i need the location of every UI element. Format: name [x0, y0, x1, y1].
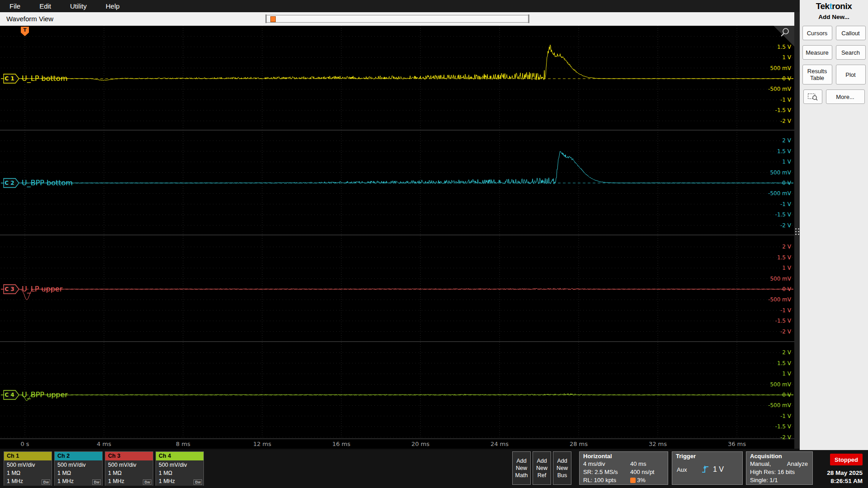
plot-button[interactable]: Plot: [836, 65, 866, 84]
bandwidth-limit-icon: Bw: [143, 479, 151, 485]
divider-grip-icon[interactable]: [795, 228, 799, 235]
slider-right-bracket: [528, 14, 529, 23]
add-new-math-button[interactable]: Add New Math: [512, 451, 531, 485]
trigger-panel[interactable]: Trigger Aux 1 V: [672, 451, 743, 485]
time-label: 36 ms: [728, 441, 746, 447]
acquisition-detail: High Res: 16 bits: [750, 468, 795, 476]
axis-label: -1.5 V: [775, 318, 792, 324]
zoom-marker-icon[interactable]: [270, 16, 276, 22]
horizontal-panel[interactable]: Horizontal 4 ms/div 40 ms SR: 2.5 MS/s 4…: [579, 451, 668, 485]
axis-label: -1 V: [780, 307, 792, 314]
results-table-button[interactable]: Results Table: [802, 65, 832, 84]
time-label: 0 s: [20, 441, 29, 447]
more-button[interactable]: More...: [826, 89, 865, 104]
channel-badge-ch4[interactable]: Ch 4 500 mV/div 1 MΩ 1 MHz Bw: [156, 451, 204, 486]
axis-label: 500 mV: [770, 169, 791, 176]
sample-resolution: 400 ns/pt: [630, 468, 668, 476]
bandwidth-limit-icon: Bw: [193, 479, 202, 485]
axis-label: -1.5 V: [775, 107, 792, 113]
time-label: 8 ms: [176, 441, 190, 447]
zoom-area-icon: [807, 93, 818, 101]
search-button[interactable]: Search: [836, 45, 866, 60]
scope-canvas: 0 s4 ms8 ms12 ms16 ms20 ms24 ms28 ms32 m…: [0, 26, 794, 449]
channel-name-label: U_LP upper: [22, 285, 63, 294]
axis-label: -500 mV: [768, 402, 792, 408]
channel-badge-header: Ch 3: [105, 452, 153, 460]
axis-label: 1 V: [782, 54, 791, 61]
cursors-button[interactable]: Cursors: [802, 26, 832, 40]
axis-label: 1 V: [782, 265, 791, 271]
time-label: 12 ms: [253, 441, 271, 447]
trigger-level: 1 V: [713, 465, 724, 474]
channel-badge-ch1[interactable]: Ch 1 500 mV/div 1 MΩ 1 MHz Bw: [4, 451, 52, 486]
channel-badge-ch3[interactable]: Ch 3 500 mV/div 1 MΩ 1 MHz Bw: [105, 451, 153, 486]
menu-utility[interactable]: Utility: [61, 2, 96, 10]
waveform-display[interactable]: 0 s4 ms8 ms12 ms16 ms20 ms24 ms28 ms32 m…: [0, 26, 794, 449]
run-stop-status[interactable]: Stopped: [830, 454, 863, 465]
slider-left-bracket: [265, 14, 267, 23]
axis-label: -1 V: [780, 201, 792, 207]
axis-label: -1.5 V: [775, 211, 792, 218]
date: 28 May 2025: [827, 469, 863, 477]
channel-impedance: 1 MΩ: [108, 469, 153, 477]
menu-help[interactable]: Help: [96, 2, 129, 10]
channel-tag-c2[interactable]: C 2: [4, 178, 19, 188]
channel-tag-c4[interactable]: C 4: [4, 390, 19, 399]
channel-name-label: U_LP bottom: [22, 74, 67, 83]
channel-badge-ch2[interactable]: Ch 2 500 mV/div 1 MΩ 1 MHz Bw: [54, 451, 103, 486]
add-new-ref-button[interactable]: Add New Ref: [533, 451, 551, 485]
menu-file[interactable]: File: [0, 2, 30, 10]
sidebar: Tektronix Add New... Cursors Callout Mea…: [800, 0, 868, 450]
axis-label: -1 V: [780, 413, 792, 419]
callout-button[interactable]: Callout: [836, 26, 866, 40]
svg-text:T: T: [23, 27, 27, 33]
channel-impedance: 1 MΩ: [159, 469, 203, 477]
axis-label: -1.5 V: [775, 423, 792, 430]
panel-divider[interactable]: [794, 12, 800, 449]
channel-name-label: U_BPP bottom: [22, 178, 73, 188]
acquisition-panel[interactable]: Acquisition Manual, Analyze High Res: 16…: [746, 451, 813, 485]
horizontal-scale: 4 ms/div: [583, 460, 630, 468]
channel-tag-c3[interactable]: C 3: [4, 285, 19, 294]
acquisition-title: Acquisition: [746, 452, 812, 460]
waveform-view-header: Waveform View: [0, 12, 794, 26]
time-label: 4 ms: [97, 441, 111, 447]
measure-button[interactable]: Measure: [802, 45, 832, 60]
logo-part3: ronix: [832, 1, 852, 11]
tekscope-app: File Edit Utility Help Waveform View 0 s…: [0, 0, 868, 488]
zoom-tool-button[interactable]: [803, 89, 822, 104]
horizontal-title: Horizontal: [580, 452, 668, 460]
bandwidth-limit-icon: Bw: [92, 479, 101, 485]
time-label: 24 ms: [491, 441, 509, 447]
svg-text:C 1: C 1: [5, 75, 14, 82]
menu-bar: File Edit Utility Help: [0, 0, 800, 12]
axis-label: 2 V: [782, 349, 791, 356]
settings-bar: Ch 1 500 mV/div 1 MΩ 1 MHz Bw Ch 2 500 m…: [0, 450, 868, 488]
sample-rate: SR: 2.5 MS/s: [583, 468, 630, 476]
channel-scale: 500 mV/div: [159, 461, 203, 469]
channel-tag-c1[interactable]: C 1: [4, 74, 19, 83]
time-label: 16 ms: [332, 441, 350, 447]
add-new-heading: Add New...: [800, 14, 868, 20]
axis-label: -2 V: [780, 328, 792, 335]
add-new-bus-button[interactable]: Add New Bus: [553, 451, 571, 485]
acquisition-analyze: Analyze: [787, 460, 808, 468]
axis-label: 1.5 V: [777, 148, 792, 155]
trigger-source: Aux: [677, 466, 698, 473]
channel-impedance: 1 MΩ: [7, 469, 52, 477]
axis-label: -500 mV: [768, 190, 792, 197]
svg-text:C 2: C 2: [5, 180, 14, 186]
trigger-title: Trigger: [672, 452, 742, 460]
time: 8:26:51 AM: [827, 477, 863, 485]
bandwidth-limit-icon: Bw: [42, 479, 50, 485]
menu-edit[interactable]: Edit: [30, 2, 61, 10]
axis-label: -2 V: [780, 434, 792, 441]
channel-scale: 500 mV/div: [7, 461, 52, 469]
axis-label: 1.5 V: [777, 44, 792, 50]
axis-label: 2 V: [782, 137, 791, 144]
record-length: RL: 100 kpts: [583, 476, 630, 484]
time-label: 20 ms: [411, 441, 429, 447]
axis-label: 1.5 V: [777, 254, 792, 261]
horizontal-window: 40 ms: [630, 460, 668, 468]
horizontal-overview-slider[interactable]: [265, 15, 529, 23]
